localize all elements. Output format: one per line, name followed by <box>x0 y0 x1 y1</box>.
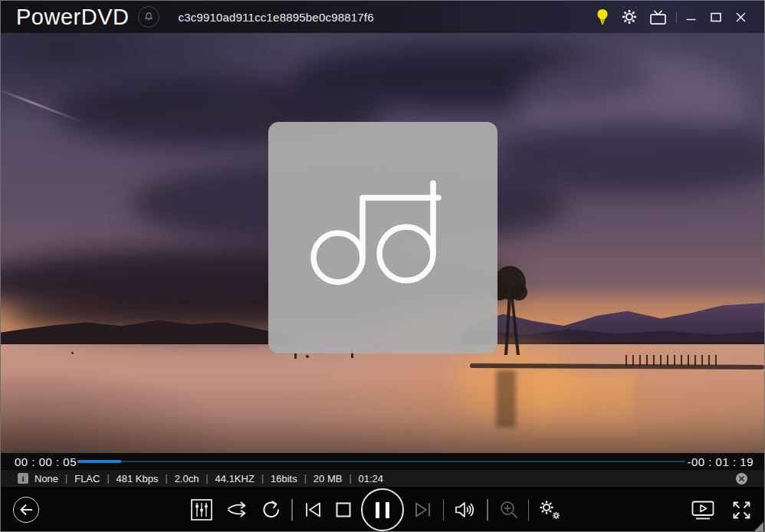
music-note-icon <box>268 122 497 353</box>
learning-center-button[interactable] <box>596 1 609 33</box>
pause-bar <box>376 502 379 518</box>
view-cluster <box>691 487 752 532</box>
info-icon: i <box>18 473 28 484</box>
minimize-icon <box>686 12 696 22</box>
playback-controls <box>1 487 764 532</box>
controls-separator <box>443 499 445 521</box>
bell-icon <box>143 11 154 22</box>
info-item: 481 Kbps <box>117 473 159 484</box>
previous-icon <box>304 500 323 520</box>
zoom-button[interactable] <box>499 500 519 520</box>
seek-track <box>77 461 685 462</box>
play-in-media-panel-button[interactable] <box>691 500 714 520</box>
shuffle-button[interactable] <box>226 501 248 519</box>
elapsed-time: 00 : 00 : 05 <box>15 455 77 468</box>
fullscreen-button[interactable] <box>731 500 752 521</box>
shuffle-icon <box>226 501 248 519</box>
tv-mode-button[interactable] <box>649 1 667 33</box>
background-photo <box>1 33 764 453</box>
progress-row: 00 : 00 : 05 -00 : 01 : 19 <box>1 453 764 470</box>
app-logo: PowerDVD <box>16 1 129 33</box>
next-track-button[interactable] <box>413 500 432 520</box>
info-separator: | <box>205 473 208 484</box>
info-item: 44.1KHZ <box>215 473 254 484</box>
repeat-icon <box>260 500 281 521</box>
notification-bell-button[interactable] <box>138 6 159 28</box>
zoom-magnifier-icon <box>499 500 519 520</box>
controls-separator <box>291 499 293 521</box>
minimize-button[interactable] <box>686 1 696 33</box>
maximize-icon <box>711 12 721 22</box>
titlebar: PowerDVD c3c9910ad911cc1e8895be0c98817f6 <box>1 1 764 33</box>
resize-grip[interactable] <box>754 522 763 532</box>
next-icon <box>413 500 432 520</box>
controls-separator <box>487 499 488 521</box>
equalizer-icon <box>191 499 212 521</box>
media-info-bar: i None | FLAC | 481 Kbps | 2.0ch | 44.1K… <box>1 470 764 487</box>
fullscreen-icon <box>731 500 752 521</box>
titlebar-buttons <box>596 1 764 33</box>
info-item: 20 MB <box>314 473 343 484</box>
lightbulb-icon <box>596 8 609 26</box>
close-icon <box>736 12 746 22</box>
info-item: None <box>34 473 58 484</box>
volume-button[interactable] <box>455 500 476 520</box>
info-separator: | <box>261 473 264 484</box>
gear-icon <box>622 9 637 25</box>
info-separator: | <box>304 473 307 484</box>
info-item: FLAC <box>74 473 100 484</box>
titlebar-separator <box>676 11 677 23</box>
remaining-time: -00 : 01 : 19 <box>687 455 754 468</box>
window-title: c3c9910ad911cc1e8895be0c98817f6 <box>178 11 373 24</box>
water-pole <box>71 352 74 354</box>
player-settings-button[interactable] <box>538 499 561 521</box>
info-separator: | <box>65 473 67 484</box>
tree-reflection <box>496 370 516 428</box>
stop-icon <box>335 501 352 518</box>
maximize-button[interactable] <box>711 1 721 33</box>
pause-button[interactable] <box>361 488 404 531</box>
back-arrow-icon <box>18 503 34 517</box>
transport-cluster <box>191 487 561 532</box>
info-item: 2.0ch <box>175 473 199 484</box>
repeat-button[interactable] <box>260 500 281 521</box>
pause-bar <box>386 502 389 518</box>
powerdvd-window: PowerDVD c3c9910ad911cc1e8895be0c98817f6 <box>0 0 765 532</box>
play-in-panel-icon <box>691 500 714 520</box>
water-reflection <box>534 374 633 453</box>
info-bar-close-button[interactable] <box>736 473 747 484</box>
info-separator: | <box>349 473 351 484</box>
stop-button[interactable] <box>335 501 352 518</box>
back-button[interactable] <box>13 497 39 523</box>
info-item: 01:24 <box>359 473 384 484</box>
music-placeholder-card <box>268 122 497 353</box>
volume-icon <box>455 500 476 520</box>
close-button[interactable] <box>736 1 746 33</box>
info-item: 16bits <box>271 473 297 484</box>
tv-mode-icon <box>649 9 667 25</box>
settings-button[interactable] <box>622 1 637 33</box>
settings-gears-icon <box>538 499 561 521</box>
info-separator: | <box>166 473 168 484</box>
audio-equalizer-button[interactable] <box>191 499 212 521</box>
controls-separator <box>528 499 530 521</box>
water-pole <box>306 355 309 358</box>
progress-fill <box>77 460 121 463</box>
info-separator: | <box>107 473 109 484</box>
seek-bar[interactable] <box>77 458 685 465</box>
reeds <box>625 355 717 366</box>
close-x-icon <box>739 476 744 481</box>
previous-track-button[interactable] <box>304 500 323 520</box>
